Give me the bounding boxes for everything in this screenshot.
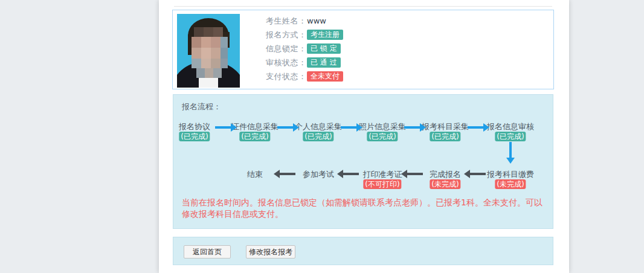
candidate-info-card: 考生姓名： www 报名方式： 考生注册 信息锁定： 已 锁 定 审核状态： 已… [172,10,554,89]
arrow-left-icon [470,173,486,175]
status-done-badge: (已完成) [179,132,210,141]
registration-flow-panel: 报名流程： 报名协议 证件信息采集 个人信息采集 照片信息采集 报考科目采集 报… [173,94,553,229]
status-noprint-badge: (不可打印) [363,179,401,189]
step-id-info-status: (已完成) [239,130,270,141]
registration-status-message: 当前在报名时间内。报名信息已锁定（如需解锁请联系考点老师）。已报考1科。全未支付… [182,197,547,220]
step-subject-select-status: (已完成) [430,130,460,141]
arrow-left-icon [407,173,423,175]
status-done-badge: (已完成) [367,132,398,141]
step-take-exam: 参加考试 [303,168,334,180]
registration-method-badge: 考生注册 [307,30,343,40]
status-undone-badge: (未完成) [430,179,460,189]
candidate-photo [177,14,240,88]
status-undone-badge: (未完成) [495,179,526,189]
step-end-label: 结束 [247,170,263,179]
arrow-left-icon [280,173,295,175]
step-photo-info-status: (已完成) [367,130,398,141]
step-end: 结束 [247,168,263,180]
info-lock-badge: 已 锁 定 [307,43,341,54]
audit-status-badge: 已 通 过 [307,57,341,68]
row-audit-status: 审核状态： 已 通 过 [266,57,343,68]
registration-method-label: 报名方式： [266,30,307,40]
arrow-right-icon [468,126,483,129]
step-personal-info-status: (已完成) [303,130,333,141]
arrow-down-icon [509,142,512,158]
action-panel: 返回首页 修改报名报考 [173,237,553,265]
status-done-badge: (已完成) [495,132,526,141]
main-content-area: 考生姓名： www 报名方式： 考生注册 信息锁定： 已 锁 定 审核状态： 已… [159,0,569,273]
step-print-ticket-status: (不可打印) [363,178,401,189]
arrow-left-icon [343,173,359,175]
arrow-right-icon [404,126,420,129]
candidate-name-label: 考生姓名： [266,16,307,27]
info-lock-label: 信息锁定： [266,43,307,54]
step-take-exam-label: 参加考试 [303,170,334,179]
back-home-button[interactable]: 返回首页 [184,245,231,259]
flow-title: 报名流程： [182,101,221,112]
candidate-name-value: www [307,16,326,25]
step-agreement-status: (已完成) [179,130,210,141]
arrow-right-icon [341,126,356,129]
row-info-lock: 信息锁定： 已 锁 定 [266,43,343,54]
modify-registration-button[interactable]: 修改报名报考 [246,245,295,259]
audit-status-label: 审核状态： [266,57,307,68]
top-divider [174,6,552,7]
step-finish-signup-status: (未完成) [430,178,460,189]
row-registration-method: 报名方式： 考生注册 [266,30,343,40]
row-payment-status: 支付状态： 全未支付 [266,71,343,82]
arrow-right-icon [215,126,231,129]
status-done-badge: (已完成) [239,132,270,141]
candidate-info-rows: 考生姓名： www 报名方式： 考生注册 信息锁定： 已 锁 定 审核状态： 已… [266,16,343,85]
payment-status-badge: 全未支付 [307,71,343,82]
step-subject-payment-status: (未完成) [495,178,526,189]
status-done-badge: (已完成) [303,132,333,141]
step-info-audit-status: (已完成) [495,130,526,141]
status-done-badge: (已完成) [430,132,460,141]
row-candidate-name: 考生姓名： www [266,16,343,26]
arrow-right-icon [277,126,293,129]
payment-status-label: 支付状态： [266,71,307,82]
